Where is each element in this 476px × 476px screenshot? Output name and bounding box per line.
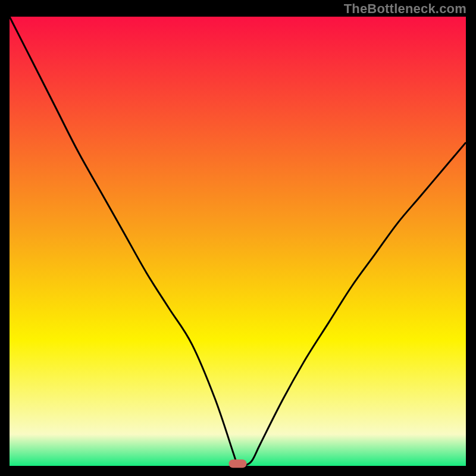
- optimal-marker: [229, 459, 247, 468]
- plot-area: [10, 17, 466, 466]
- bottleneck-chart: [0, 0, 476, 476]
- watermark-text: TheBottleneck.com: [344, 1, 466, 17]
